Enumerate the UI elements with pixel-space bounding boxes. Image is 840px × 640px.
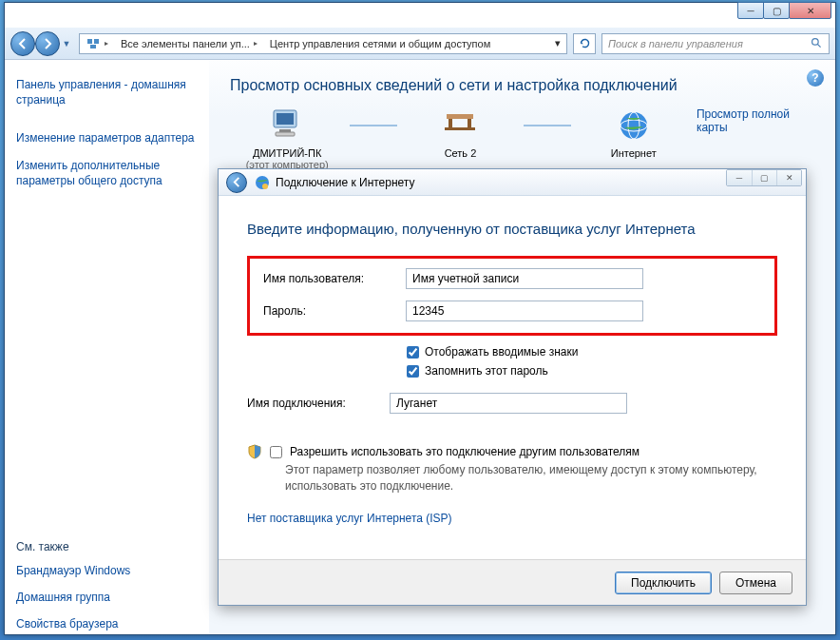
shield-icon (247, 444, 262, 459)
navigation-bar: ▼ ▸ Все элементы панели уп...▸ Центр упр… (5, 28, 835, 60)
globe-icon (255, 175, 270, 190)
dialog-close-button[interactable]: ✕ (776, 170, 801, 185)
network-panel-icon (86, 36, 101, 51)
highlighted-credentials-box: Имя пользователя: Пароль: (247, 256, 777, 336)
svg-rect-12 (447, 114, 473, 119)
connect-button[interactable]: Подключить (615, 572, 712, 594)
address-bar[interactable]: ▸ Все элементы панели уп...▸ Центр управ… (79, 33, 567, 54)
allow-others-checkbox[interactable] (270, 446, 282, 458)
dialog-minimize-button[interactable]: ─ (727, 170, 752, 185)
password-input[interactable] (406, 301, 643, 321)
dialog-back-button[interactable] (226, 172, 247, 193)
sidebar-see-also-header: См. также (16, 540, 198, 553)
breadcrumb-level-1[interactable]: Все элементы панели уп... (121, 38, 250, 49)
computer-name: ДМИТРИЙ-ПК (230, 147, 344, 159)
connection-name-input[interactable] (390, 393, 627, 414)
dialog-title: Подключение к Интернету (276, 176, 415, 189)
breadcrumb-level-2[interactable]: Центр управления сетями и общим доступом (270, 38, 490, 49)
refresh-button[interactable] (573, 33, 596, 54)
window-titlebar[interactable]: ─ ▢ ✕ (5, 3, 835, 28)
svg-rect-1 (94, 39, 99, 44)
forward-button[interactable] (35, 31, 60, 56)
history-dropdown[interactable]: ▼ (60, 31, 73, 56)
svg-rect-8 (276, 132, 295, 136)
dialog-maximize-button[interactable]: ▢ (752, 170, 776, 185)
dialog-footer: Подключить Отмена (219, 559, 806, 605)
svg-rect-0 (87, 39, 92, 44)
allow-others-label: Разрешить использовать это подключение д… (290, 445, 640, 458)
svg-rect-10 (449, 118, 452, 127)
svg-rect-9 (445, 127, 475, 130)
network-icon (403, 107, 517, 144)
back-button[interactable] (10, 31, 35, 56)
svg-rect-11 (468, 118, 471, 127)
svg-point-13 (620, 112, 647, 139)
sidebar-firewall-link[interactable]: Брандмауэр Windows (16, 563, 198, 578)
allow-others-description: Этот параметр позволяет любому пользоват… (285, 462, 777, 495)
connect-internet-dialog: Подключение к Интернету ─ ▢ ✕ Введите ин… (218, 168, 807, 606)
svg-point-3 (812, 39, 819, 46)
help-icon[interactable]: ? (807, 69, 824, 87)
no-isp-link[interactable]: Нет поставщика услуг Интернета (ISP) (247, 512, 452, 525)
show-chars-checkbox[interactable] (407, 346, 419, 359)
dialog-titlebar[interactable]: Подключение к Интернету ─ ▢ ✕ (219, 169, 806, 196)
show-chars-label: Отображать вводимые знаки (425, 345, 578, 359)
connection-name-label: Имя подключения: (247, 397, 390, 410)
svg-line-4 (817, 44, 820, 47)
close-button[interactable]: ✕ (789, 2, 831, 19)
sidebar: Панель управления - домашняя страница Из… (5, 60, 209, 634)
sidebar-home-link[interactable]: Панель управления - домашняя страница (16, 77, 198, 107)
username-input[interactable] (406, 268, 643, 289)
username-label: Имя пользователя: (263, 272, 406, 285)
internet-label: Интернет (577, 147, 691, 159)
minimize-button[interactable]: ─ (737, 2, 764, 19)
maximize-button[interactable]: ▢ (763, 2, 790, 19)
sidebar-adapter-link[interactable]: Изменение параметров адаптера (16, 130, 198, 145)
password-label: Пароль: (263, 304, 406, 318)
cancel-button[interactable]: Отмена (719, 572, 792, 594)
search-input[interactable]: Поиск в панели управления (601, 33, 830, 54)
view-map-link[interactable]: Просмотр полной карты (697, 107, 814, 134)
address-dropdown[interactable]: ▾ (549, 37, 566, 49)
svg-rect-6 (277, 113, 294, 125)
computer-icon (230, 107, 344, 144)
dialog-heading: Введите информацию, полученную от постав… (247, 221, 777, 237)
network-name: Сеть 2 (403, 147, 517, 159)
search-placeholder: Поиск в панели управления (608, 38, 743, 49)
svg-point-17 (262, 184, 268, 189)
sidebar-browser-link[interactable]: Свойства браузера (16, 616, 198, 631)
sidebar-homegroup-link[interactable]: Домашняя группа (16, 590, 198, 605)
remember-password-checkbox[interactable] (407, 365, 419, 378)
svg-rect-2 (90, 45, 96, 48)
internet-icon (577, 107, 691, 144)
sidebar-sharing-link[interactable]: Изменить дополнительные параметры общего… (16, 158, 198, 188)
remember-password-label: Запомнить этот пароль (425, 364, 548, 378)
page-title: Просмотр основных сведений о сети и наст… (230, 77, 814, 94)
search-icon (811, 37, 823, 49)
